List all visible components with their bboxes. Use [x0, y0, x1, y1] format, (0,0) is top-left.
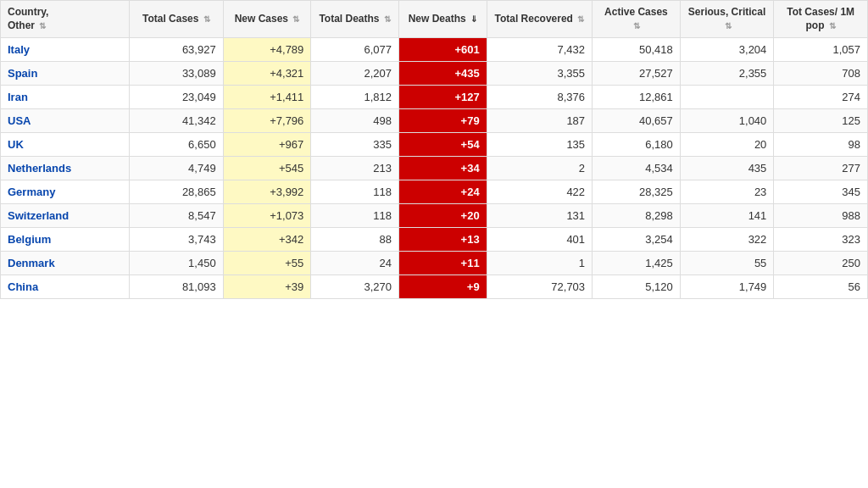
header-new-deaths[interactable]: New Deaths ⇓	[399, 1, 487, 38]
cell-serious: 2,355	[680, 62, 774, 86]
cell-recovered: 8,376	[487, 86, 592, 109]
cell-country: Netherlands	[1, 157, 130, 180]
cell-serious: 1,749	[680, 275, 774, 299]
header-per-1m[interactable]: Tot Cases/ 1M pop ⇅	[774, 1, 868, 38]
covid-stats-table: Country,Other ⇅ Total Cases ⇅ New Cases …	[0, 0, 868, 299]
cell-per-1m: 98	[774, 133, 868, 157]
table-row: Italy63,927+4,7896,077+6017,43250,4183,2…	[1, 38, 868, 62]
country-link[interactable]: Belgium	[8, 233, 51, 246]
sort-icon-per-1m[interactable]: ⇅	[829, 20, 836, 31]
cell-new-deaths: +34	[399, 157, 487, 180]
cell-recovered: 187	[487, 109, 592, 133]
cell-recovered: 422	[487, 180, 592, 204]
cell-serious: 435	[680, 157, 774, 180]
cell-new-cases: +545	[223, 157, 311, 180]
cell-total-deaths: 6,077	[311, 38, 399, 62]
header-country[interactable]: Country,Other ⇅	[1, 1, 130, 38]
cell-total-deaths: 118	[311, 204, 399, 228]
sort-icon-total-deaths[interactable]: ⇅	[384, 14, 391, 25]
table-row: Switzerland8,547+1,073118+201318,2981419…	[1, 204, 868, 228]
cell-new-cases: +1,411	[223, 86, 311, 109]
cell-total-deaths: 118	[311, 180, 399, 204]
country-link[interactable]: Italy	[8, 43, 30, 56]
cell-new-cases: +967	[223, 133, 311, 157]
cell-country: Iran	[1, 86, 130, 109]
country-link[interactable]: Denmark	[8, 257, 55, 269]
table-row: Spain33,089+4,3212,207+4353,35527,5272,3…	[1, 62, 868, 86]
cell-total-deaths: 24	[311, 252, 399, 275]
table-row: Iran23,049+1,4111,812+1278,37612,861274	[1, 86, 868, 109]
cell-total-cases: 1,450	[130, 252, 224, 275]
cell-total-cases: 41,342	[130, 109, 224, 133]
cell-per-1m: 708	[774, 62, 868, 86]
table-header-row: Country,Other ⇅ Total Cases ⇅ New Cases …	[1, 1, 868, 38]
cell-new-cases: +3,992	[223, 180, 311, 204]
header-new-cases[interactable]: New Cases ⇅	[223, 1, 311, 38]
cell-per-1m: 988	[774, 204, 868, 228]
sort-icon-new-deaths[interactable]: ⇓	[470, 14, 477, 25]
cell-new-deaths: +13	[399, 228, 487, 252]
cell-recovered: 131	[487, 204, 592, 228]
country-link[interactable]: Iran	[8, 91, 28, 103]
cell-serious: 55	[680, 252, 774, 275]
cell-active-cases: 8,298	[593, 204, 681, 228]
cell-active-cases: 1,425	[593, 252, 681, 275]
header-active-cases[interactable]: Active Cases ⇅	[593, 1, 681, 38]
cell-active-cases: 28,325	[593, 180, 681, 204]
cell-total-cases: 8,547	[130, 204, 224, 228]
country-link[interactable]: Netherlands	[8, 162, 71, 175]
cell-country: Belgium	[1, 228, 130, 252]
table-row: Netherlands4,749+545213+3424,534435277	[1, 157, 868, 180]
cell-total-cases: 6,650	[130, 133, 224, 157]
country-link[interactable]: China	[8, 280, 38, 293]
cell-new-deaths: +601	[399, 38, 487, 62]
cell-new-deaths: +11	[399, 252, 487, 275]
table-row: Belgium3,743+34288+134013,254322323	[1, 228, 868, 252]
cell-new-deaths: +127	[399, 86, 487, 109]
cell-new-deaths: +435	[399, 62, 487, 86]
table-row: UK6,650+967335+541356,1802098	[1, 133, 868, 157]
cell-per-1m: 125	[774, 109, 868, 133]
cell-per-1m: 274	[774, 86, 868, 109]
cell-active-cases: 3,254	[593, 228, 681, 252]
cell-serious: 3,204	[680, 38, 774, 62]
cell-country: Switzerland	[1, 204, 130, 228]
cell-active-cases: 50,418	[593, 38, 681, 62]
header-total-deaths[interactable]: Total Deaths ⇅	[311, 1, 399, 38]
sort-icon-country[interactable]: ⇅	[39, 20, 46, 31]
table-row: China81,093+393,270+972,7035,1201,74956	[1, 275, 868, 299]
header-recovered[interactable]: Total Recovered ⇅	[487, 1, 592, 38]
cell-total-deaths: 335	[311, 133, 399, 157]
cell-per-1m: 345	[774, 180, 868, 204]
cell-per-1m: 1,057	[774, 38, 868, 62]
cell-new-deaths: +24	[399, 180, 487, 204]
cell-per-1m: 250	[774, 252, 868, 275]
table-row: Germany28,865+3,992118+2442228,32523345	[1, 180, 868, 204]
header-serious[interactable]: Serious, Critical ⇅	[680, 1, 774, 38]
cell-per-1m: 277	[774, 157, 868, 180]
cell-recovered: 7,432	[487, 38, 592, 62]
country-link[interactable]: UK	[8, 138, 24, 151]
cell-country: Italy	[1, 38, 130, 62]
cell-recovered: 72,703	[487, 275, 592, 299]
cell-total-deaths: 3,270	[311, 275, 399, 299]
sort-icon-total-cases[interactable]: ⇅	[203, 14, 210, 25]
cell-recovered: 401	[487, 228, 592, 252]
cell-new-cases: +55	[223, 252, 311, 275]
cell-serious: 322	[680, 228, 774, 252]
sort-icon-new-cases[interactable]: ⇅	[292, 14, 299, 25]
cell-total-cases: 63,927	[130, 38, 224, 62]
country-link[interactable]: Switzerland	[8, 209, 69, 222]
cell-total-cases: 23,049	[130, 86, 224, 109]
cell-total-cases: 3,743	[130, 228, 224, 252]
country-link[interactable]: USA	[8, 114, 31, 127]
country-link[interactable]: Germany	[8, 186, 55, 198]
header-total-cases[interactable]: Total Cases ⇅	[130, 1, 224, 38]
cell-total-deaths: 498	[311, 109, 399, 133]
sort-icon-recovered[interactable]: ⇅	[577, 14, 584, 25]
cell-serious: 23	[680, 180, 774, 204]
sort-icon-active-cases[interactable]: ⇅	[633, 20, 640, 31]
cell-new-cases: +4,321	[223, 62, 311, 86]
sort-icon-serious[interactable]: ⇅	[725, 20, 732, 31]
country-link[interactable]: Spain	[8, 67, 37, 80]
